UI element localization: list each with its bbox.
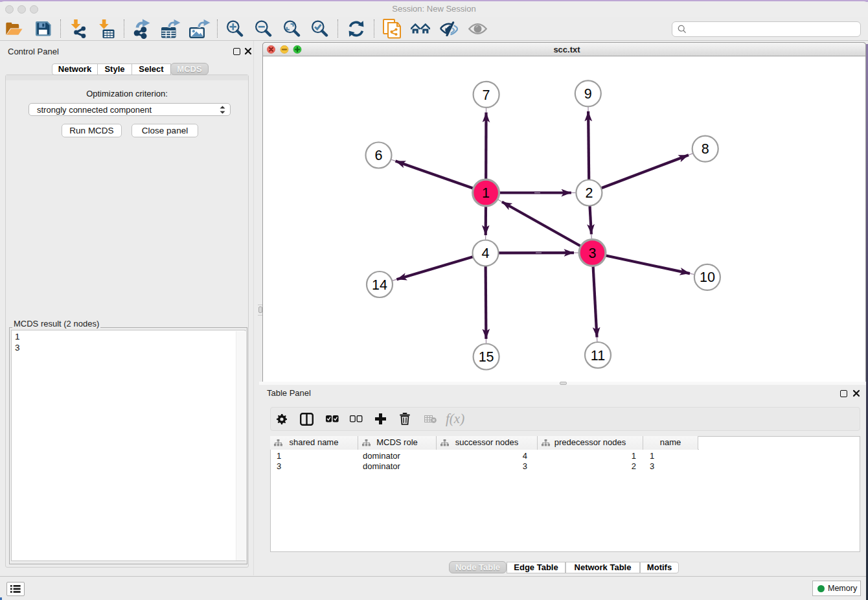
svg-text:9: 9 [584,86,592,102]
svg-text:2: 2 [585,185,593,201]
svg-text:1: 1 [482,185,490,201]
svg-text:11: 11 [591,348,605,363]
svg-text:15: 15 [479,349,494,365]
svg-text:6: 6 [375,148,383,163]
svg-text:3: 3 [589,246,597,261]
svg-text:14: 14 [372,277,387,293]
svg-text:4: 4 [482,246,490,261]
svg-text:10: 10 [700,270,715,285]
svg-text:7: 7 [483,87,490,103]
svg-text:8: 8 [702,141,709,157]
